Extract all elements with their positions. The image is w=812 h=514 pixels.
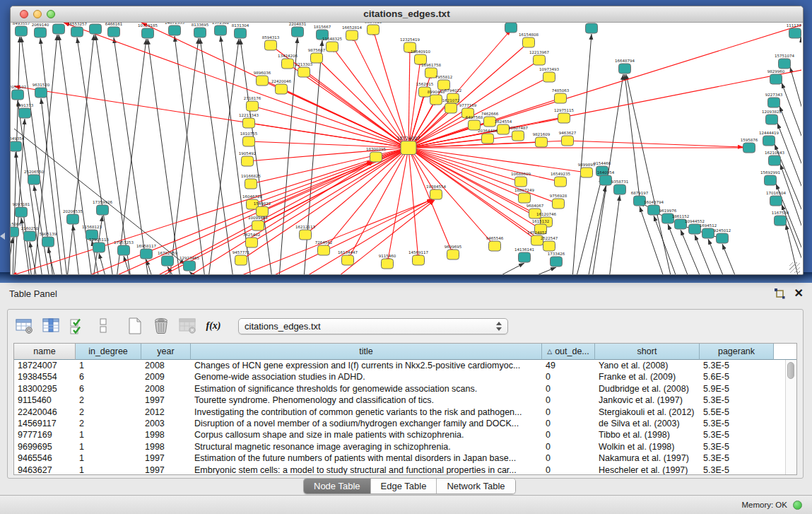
new-table-icon[interactable]: [125, 316, 145, 336]
graph-node[interactable]: [71, 27, 83, 37]
table-row[interactable]: 911546021997Tourette syndrome. Phenomeno…: [14, 395, 796, 406]
graph-node[interactable]: [551, 257, 563, 267]
graph-node[interactable]: [257, 76, 269, 86]
column-header-pagerank[interactable]: pagerank: [700, 344, 774, 360]
graph-node[interactable]: [430, 189, 442, 199]
graph-node[interactable]: [346, 30, 358, 40]
column-header-in_degree[interactable]: in_degree: [76, 344, 141, 360]
graph-node[interactable]: [770, 74, 782, 84]
graph-node[interactable]: [342, 255, 354, 265]
graph-node[interactable]: [717, 233, 729, 243]
column-header-name[interactable]: name: [14, 344, 76, 360]
graph-node[interactable]: [512, 131, 524, 141]
graph-node[interactable]: [505, 23, 517, 33]
delete-table-icon[interactable]: [177, 316, 197, 336]
table-row[interactable]: 977716911998Corpus callosum shape and si…: [14, 429, 796, 440]
graph-node[interactable]: [482, 134, 494, 144]
graph-node[interactable]: [768, 98, 780, 107]
tab-network-table[interactable]: Network Table: [437, 479, 514, 493]
graph-node[interactable]: [430, 95, 442, 105]
graph-node[interactable]: [35, 28, 47, 37]
graph-node[interactable]: [586, 23, 598, 33]
graph-node[interactable]: [770, 196, 782, 206]
graph-node[interactable]: [543, 241, 555, 251]
graph-node[interactable]: [558, 113, 570, 123]
column-header-year[interactable]: year: [141, 344, 191, 360]
table-row[interactable]: 969969511998Structural magnetic resonanc…: [14, 441, 796, 452]
table-row[interactable]: 1938455462009Genome-wide association stu…: [14, 371, 796, 382]
memory-status-indicator[interactable]: [793, 501, 802, 510]
graph-node[interactable]: [779, 59, 791, 69]
table-row[interactable]: 946362711997Embryonic stem cells: a mode…: [14, 465, 796, 475]
table-selector-dropdown[interactable]: citations_edges.txt: [238, 318, 508, 334]
network-canvas[interactable]: 8493557206914020691406165532571527860264…: [11, 23, 801, 274]
graph-node[interactable]: [215, 25, 227, 35]
graph-node[interactable]: [498, 124, 510, 134]
table-scrollbar[interactable]: [785, 360, 796, 474]
table-row[interactable]: 1872400712008Changes of HCN gene express…: [14, 360, 796, 371]
graph-node[interactable]: [382, 259, 394, 269]
graph-node[interactable]: [118, 245, 130, 255]
table-settings-icon[interactable]: [15, 316, 35, 336]
graph-node[interactable]: [24, 231, 36, 241]
graph-node[interactable]: [243, 118, 255, 128]
graph-node[interactable]: [702, 228, 714, 238]
graph-node[interactable]: [257, 206, 269, 216]
graph-node[interactable]: [769, 156, 781, 165]
collapse-panel-arrow-icon[interactable]: [0, 233, 5, 240]
tab-node-table[interactable]: Node Table: [304, 479, 371, 493]
graph-node[interactable]: [11, 141, 22, 151]
graph-node[interactable]: [519, 252, 531, 262]
graph-node[interactable]: [67, 214, 79, 224]
graph-node[interactable]: [413, 255, 425, 265]
window-resize-grip[interactable]: [789, 262, 800, 273]
graph-node[interactable]: [28, 175, 40, 185]
graph-node[interactable]: [53, 24, 65, 34]
graph-node[interactable]: [16, 26, 28, 36]
graph-node[interactable]: [743, 143, 755, 153]
table-row[interactable]: 1456911722003Disruption of a novel membe…: [14, 418, 796, 429]
graph-node[interactable]: [370, 152, 382, 162]
citation-network-graph[interactable]: 8493557206914020691406165532571527860264…: [11, 23, 801, 274]
graph-node[interactable]: [326, 42, 339, 52]
graph-node[interactable]: [775, 216, 787, 226]
table-row[interactable]: 2242004622012Investigating the contribut…: [14, 407, 796, 418]
graph-node[interactable]: [11, 227, 19, 237]
graph-node[interactable]: [489, 241, 501, 251]
graph-node[interactable]: [311, 53, 323, 63]
scrollbar-thumb[interactable]: [787, 362, 794, 379]
graph-node[interactable]: [766, 115, 778, 124]
graph-node[interactable]: [19, 108, 31, 118]
graph-node[interactable]: [247, 101, 259, 111]
graph-node[interactable]: [252, 221, 264, 230]
graph-node[interactable]: [562, 136, 574, 146]
graph-node[interactable]: [282, 59, 294, 69]
graph-node[interactable]: [523, 37, 535, 47]
column-header-out_de[interactable]: △out_de...: [542, 344, 595, 360]
graph-node[interactable]: [169, 25, 181, 35]
graph-node[interactable]: [35, 88, 47, 98]
graph-node[interactable]: [619, 64, 631, 74]
table-row[interactable]: 1830029562008Estimation of significance …: [14, 383, 796, 395]
graph-node[interactable]: [300, 230, 312, 240]
graph-node[interactable]: [141, 249, 153, 259]
graph-node[interactable]: [16, 207, 28, 217]
graph-node[interactable]: [318, 245, 330, 255]
graph-node[interactable]: [789, 28, 801, 38]
graph-node[interactable]: [447, 250, 459, 259]
graph-node[interactable]: [536, 137, 548, 147]
graph-node[interactable]: [235, 28, 247, 38]
graph-node[interactable]: [242, 156, 254, 166]
column-header-short[interactable]: short: [595, 344, 700, 360]
graph-node[interactable]: [108, 27, 120, 37]
graph-node[interactable]: [184, 261, 196, 271]
graph-node[interactable]: [93, 243, 105, 252]
graph-node[interactable]: [367, 25, 379, 35]
graph-node[interactable]: [581, 168, 593, 177]
graph-node[interactable]: [142, 28, 154, 38]
hub-node[interactable]: [401, 141, 416, 155]
graph-node[interactable]: [243, 136, 255, 146]
graph-node[interactable]: [600, 175, 612, 185]
column-header-title[interactable]: title: [191, 344, 542, 360]
graph-node[interactable]: [543, 72, 555, 82]
